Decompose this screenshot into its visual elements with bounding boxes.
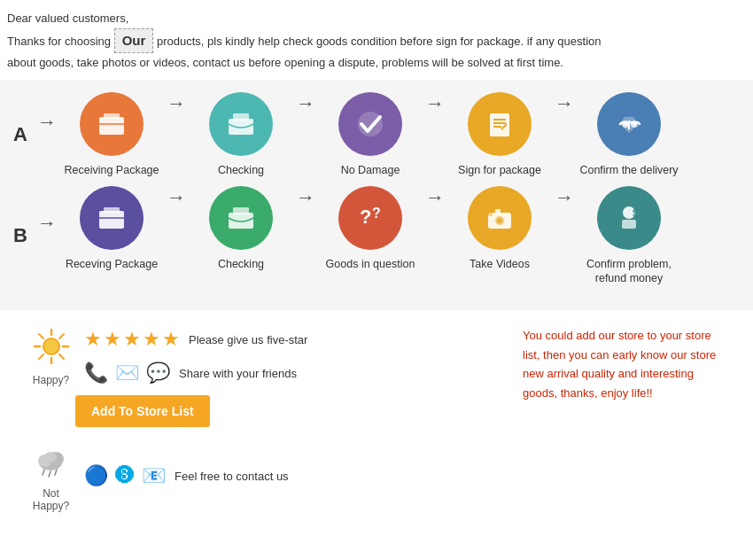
svg-rect-23 (495, 209, 501, 214)
nothappy-actions: 🔵 🅢 📧 Feel free to contact us (84, 464, 289, 487)
svg-point-29 (43, 338, 59, 354)
svg-point-41 (44, 452, 57, 463)
five-star-text: Please give us five-star (189, 333, 307, 346)
svg-text:?: ? (360, 206, 371, 228)
arrow-b-2: → (296, 186, 315, 234)
flow-step-a-2: Checking (188, 92, 294, 177)
flow-section: A → Receiving Package → (0, 80, 753, 311)
happy-row: Happy? ★ ★ ★ ★ ★ Please give us five-sta… (27, 326, 505, 386)
arrow-b-1: → (167, 186, 186, 234)
viber-icon: 🔵 (84, 464, 108, 487)
svg-line-35 (59, 354, 64, 359)
contact-row: 🔵 🅢 📧 Feel free to contact us (84, 464, 289, 487)
svg-line-34 (39, 334, 43, 338)
bottom-section: Happy? ★ ★ ★ ★ ★ Please give us five-sta… (0, 310, 753, 530)
flow-items-a: Receiving Package → Checking → (58, 92, 682, 177)
flow-items-b: Receving Package → Checking → ? (58, 186, 682, 286)
nothappy-label: Not Happy? (27, 487, 75, 512)
flow-step-b-4: Take Videos (446, 186, 553, 271)
arrow-b-4: → (555, 186, 574, 234)
star-3: ★ (123, 328, 141, 351)
share-text: Share with your friends (179, 367, 297, 380)
flow-step-a-5: Confirm the delivery (576, 92, 682, 177)
intro-line2: Thanks for choosing Our products, pls ki… (7, 28, 746, 53)
email-icon: 📧 (142, 464, 166, 487)
arrow-b-3: → (425, 186, 445, 234)
caption-a-5: Confirm the delivery (579, 163, 678, 177)
svg-point-11 (631, 121, 638, 128)
caption-a-2: Checking (218, 163, 264, 177)
circle-b-1 (80, 186, 144, 250)
arrow-a-3: → (425, 92, 445, 140)
share-row: 📞 ✉️ 💬 Share with your friends (84, 362, 307, 385)
flow-step-b-1: Receving Package (58, 186, 165, 271)
arrow-a-1: → (167, 92, 186, 140)
svg-rect-0 (99, 117, 124, 135)
caption-b-3: Goods in question (326, 257, 415, 271)
chat-icon: 💬 (146, 362, 170, 385)
caption-b-5: Confirm problem, refund money (586, 257, 671, 286)
contact-text: Feel free to contact us (175, 470, 289, 483)
cloud-icon (27, 439, 75, 486)
circle-a-5 (597, 92, 661, 156)
happy-weather-block: Happy? (27, 326, 75, 386)
svg-line-42 (43, 470, 44, 475)
arrow-a-4: → (555, 92, 574, 140)
flow-step-a-3: No Damage (317, 92, 423, 177)
intro-prefix: Thanks for choosing (7, 35, 111, 48)
svg-line-36 (59, 334, 64, 338)
happy-label: Happy? (33, 374, 69, 386)
caption-b-2: Checking (218, 257, 264, 271)
phone-icon: 📞 (84, 362, 108, 385)
add-store-container: Add To Store List (75, 395, 505, 427)
nothappy-weather-block: Not Happy? (27, 439, 75, 512)
arrow-b-start: → (37, 212, 57, 260)
flow-row-b: B → Receving Package → (9, 186, 744, 286)
intro-brand: Our (114, 28, 154, 53)
happy-actions: ★ ★ ★ ★ ★ Please give us five-star 📞 ✉️ … (84, 328, 307, 385)
svg-rect-1 (104, 113, 120, 119)
intro-section: Dear valued customers, Thanks for choosi… (0, 0, 753, 80)
contact-icons-group: 🔵 🅢 📧 (84, 464, 166, 487)
star-rating: ★ ★ ★ ★ ★ (84, 328, 180, 351)
arrow-a-2: → (296, 92, 315, 140)
flow-step-a-1: Receiving Package (58, 92, 165, 177)
star-4: ★ (143, 328, 160, 351)
flow-row-a: A → Receiving Package → (9, 92, 744, 177)
right-text: You could add our store to your store li… (523, 326, 726, 402)
flow-step-a-4: Sign for package (446, 92, 553, 177)
svg-rect-16 (229, 213, 253, 229)
nothappy-row: Not Happy? 🔵 🅢 📧 Feel free to contact us (27, 439, 505, 512)
star-1: ★ (84, 328, 102, 351)
svg-rect-14 (104, 207, 120, 213)
svg-line-44 (55, 470, 57, 475)
star-5: ★ (162, 328, 180, 351)
flow-step-b-2: Checking (188, 186, 294, 271)
circle-a-2 (209, 92, 273, 156)
stars-row: ★ ★ ★ ★ ★ Please give us five-star (84, 328, 307, 351)
svg-line-43 (49, 471, 50, 477)
flow-step-b-3: ? ? Goods in question (317, 186, 423, 271)
circle-b-2 (209, 186, 273, 250)
flow-step-b-5: $ $ Confirm problem, refund money (576, 186, 682, 286)
sun-icon (27, 326, 75, 372)
svg-rect-4 (233, 113, 249, 121)
caption-b-4: Take Videos (470, 257, 530, 271)
svg-rect-24 (488, 213, 493, 216)
left-col: Happy? ★ ★ ★ ★ ★ Please give us five-sta… (27, 326, 505, 521)
circle-b-4 (468, 186, 532, 250)
circle-a-1 (80, 92, 144, 156)
caption-a-4: Sign for package (458, 163, 541, 177)
intro-suffix: products, pls kindly help check goods co… (153, 35, 601, 48)
flow-label-a: A (9, 123, 32, 146)
svg-line-37 (39, 354, 43, 359)
intro-line3: about goods, take photos or videos, cont… (7, 53, 746, 73)
star-2: ★ (104, 328, 121, 351)
arrow-a-start: → (37, 111, 57, 159)
add-store-button[interactable]: Add To Store List (75, 395, 210, 427)
svg-point-22 (498, 218, 502, 222)
svg-point-10 (622, 121, 629, 128)
intro-line1: Dear valued customers, (7, 9, 746, 28)
caption-a-3: No Damage (341, 163, 400, 177)
circle-b-3: ? ? (338, 186, 402, 250)
